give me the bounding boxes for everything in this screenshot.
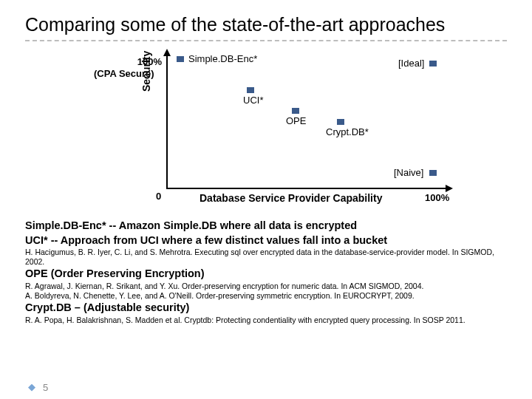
label-ope: OPE	[286, 115, 306, 126]
y-tick-100: 100%	[128, 56, 162, 67]
note-ope: OPE (Order Preserving Encryption)	[25, 267, 507, 282]
footer: 5	[28, 382, 48, 393]
arrow-right-icon	[446, 185, 453, 192]
point-simpledb	[177, 56, 184, 62]
note-cryptdb: Crypt.DB – (Adjustable security)	[25, 301, 507, 316]
arrow-up-icon	[163, 49, 171, 56]
note-uci: UCI* -- Approach from UCI where a few di…	[25, 233, 507, 248]
label-uci: UCI*	[243, 95, 263, 106]
ref-uci: H. Hacigumus, B. R. Iyer, C. Li, and S. …	[25, 248, 507, 267]
x-tick-100: 100%	[425, 192, 449, 203]
ref-cryptdb: R. A. Popa, H. Balakrishnan, S. Madden e…	[25, 316, 507, 325]
slide: Comparing some of the state-of-the-art a…	[0, 0, 532, 399]
point-cryptdb	[337, 119, 344, 125]
page-number: 5	[43, 382, 48, 393]
origin-tick: 0	[156, 191, 161, 202]
label-cryptdb: Crypt.DB*	[326, 126, 369, 137]
label-simpledb: Simple.DB-Enc*	[188, 53, 257, 64]
slide-title: Comparing some of the state-of-the-art a…	[25, 13, 507, 35]
ref-ope1: R. Agrawal, J. Kiernan, R. Srikant, and …	[25, 282, 507, 291]
point-uci	[247, 87, 254, 93]
y-axis-note: (CPA Secure)	[94, 68, 154, 79]
chart: Security Database Service Provider Capab…	[48, 47, 484, 210]
title-underline: Comparing some of the state-of-the-art a…	[25, 13, 507, 41]
diamond-icon	[28, 384, 35, 392]
point-ope	[292, 108, 299, 114]
notes: Simple.DB-Enc* -- Amazon Simple.DB where…	[25, 219, 507, 325]
y-axis	[166, 55, 168, 188]
x-axis	[166, 188, 447, 189]
ref-ope2: A. Boldyreva, N. Chenette, Y. Lee, and A…	[25, 291, 507, 301]
label-naive: [Naive]	[394, 167, 423, 178]
point-ideal	[429, 61, 437, 66]
label-ideal: [Ideal]	[398, 58, 424, 69]
point-naive	[429, 170, 437, 176]
note-simpledb: Simple.DB-Enc* -- Amazon Simple.DB where…	[25, 219, 507, 233]
x-axis-label: Database Service Provider Capability	[200, 192, 382, 204]
